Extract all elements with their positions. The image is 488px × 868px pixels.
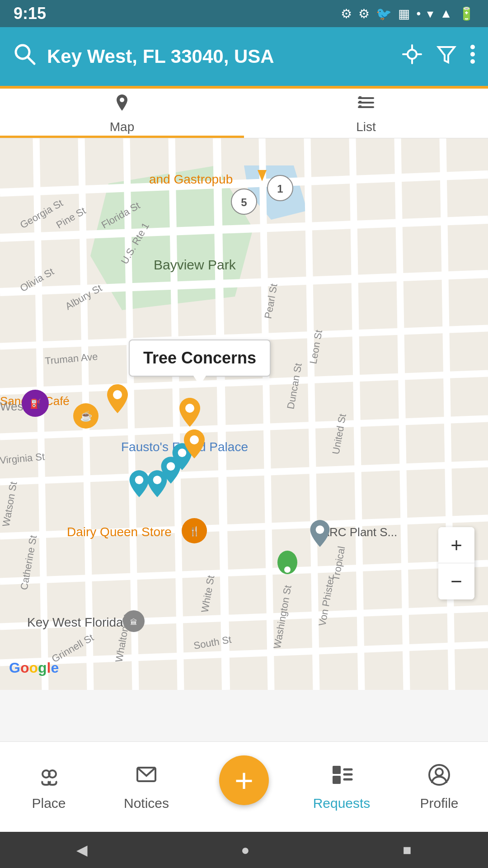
home-button[interactable]: ●	[241, 842, 249, 859]
svg-point-87	[185, 404, 194, 413]
svg-point-9	[470, 52, 475, 57]
nav-item-add[interactable]: +	[195, 769, 293, 805]
nav-profile-label: Profile	[420, 796, 458, 811]
status-time: 9:15	[14, 4, 46, 23]
map-tab-icon	[112, 93, 132, 117]
pin-gray[interactable]	[307, 518, 333, 551]
place-nav-icon	[37, 763, 61, 792]
map-container[interactable]: Georgia St Pine St Florida St Olivia St …	[0, 138, 488, 690]
svg-text:🏛: 🏛	[130, 618, 137, 626]
battery-icon: 🔋	[459, 6, 474, 21]
search-icon[interactable]	[13, 42, 36, 71]
svg-text:Key West Florida: Key West Florida	[27, 615, 123, 629]
nav-notices-label: Notices	[124, 796, 169, 811]
svg-point-104	[436, 769, 443, 776]
profile-nav-icon	[427, 763, 451, 792]
svg-point-94	[316, 525, 324, 534]
svg-rect-15	[359, 96, 361, 99]
view-tab-bar: Map List	[0, 89, 488, 138]
tab-list[interactable]: List	[244, 89, 488, 138]
filter-icon[interactable]	[436, 43, 457, 70]
pin-orange-1[interactable]	[176, 396, 203, 430]
svg-point-93	[190, 435, 199, 444]
svg-rect-16	[359, 101, 361, 104]
signal-icon: ▲	[440, 6, 452, 21]
bird-icon: 🐦	[376, 6, 392, 21]
requests-nav-icon	[330, 763, 353, 792]
status-bar: 9:15 ⚙ ⚙ 🐦 ▦ • ▾ ▲ 🔋	[0, 0, 488, 27]
pin-orange-2[interactable]	[104, 382, 131, 417]
bottom-nav: Place Notices + Requests	[0, 741, 488, 832]
svg-point-10	[470, 59, 475, 64]
settings2-icon: ⚙	[358, 6, 370, 21]
svg-text:1: 1	[277, 183, 283, 195]
svg-point-8	[470, 45, 475, 49]
zoom-in-button[interactable]: +	[438, 527, 474, 563]
sim-icon: ▦	[398, 6, 410, 21]
status-icons: ⚙ ⚙ 🐦 ▦ • ▾ ▲ 🔋	[341, 6, 474, 21]
nav-item-notices[interactable]: Notices	[98, 763, 195, 811]
add-icon: +	[235, 764, 253, 797]
svg-point-86	[284, 566, 291, 573]
google-logo: Google	[9, 660, 59, 676]
nav-item-profile[interactable]: Profile	[390, 763, 488, 811]
svg-text:Dairy Queen Store: Dairy Queen Store	[67, 525, 172, 539]
settings-icon: ⚙	[341, 6, 352, 21]
recents-button[interactable]: ■	[403, 842, 411, 859]
tab-map-label: Map	[110, 120, 134, 134]
svg-point-11	[120, 98, 124, 102]
list-tab-icon	[356, 93, 376, 117]
nav-place-label: Place	[32, 796, 66, 811]
nav-requests-label: Requests	[313, 796, 371, 811]
svg-rect-17	[359, 105, 361, 108]
svg-text:Bayview Park: Bayview Park	[154, 257, 236, 272]
nav-item-requests[interactable]: Requests	[293, 763, 390, 811]
zoom-controls: + −	[438, 527, 474, 599]
wifi-icon: ▾	[427, 6, 433, 21]
map-tooltip[interactable]: Tree Concerns	[129, 340, 271, 377]
svg-point-89	[135, 476, 144, 484]
location-icon[interactable]	[401, 43, 423, 70]
header-actions	[401, 43, 475, 70]
svg-point-88	[113, 390, 122, 399]
svg-point-2	[408, 50, 417, 59]
system-nav: ◀ ● ■	[0, 832, 488, 868]
dot-icon: •	[416, 6, 421, 21]
pin-orange-cluster[interactable]	[181, 428, 208, 462]
tab-map[interactable]: Map	[0, 89, 244, 138]
notices-nav-icon	[135, 763, 158, 792]
svg-marker-7	[438, 47, 455, 62]
tooltip-text: Tree Concerns	[143, 349, 256, 367]
back-button[interactable]: ◀	[76, 841, 88, 859]
svg-rect-98	[333, 766, 341, 774]
svg-text:⛽: ⛽	[30, 398, 41, 409]
tab-list-label: List	[356, 120, 376, 134]
nav-item-place[interactable]: Place	[0, 763, 98, 811]
add-button[interactable]: +	[219, 755, 269, 805]
header-title: Key West, FL 33040, USA	[47, 45, 390, 68]
svg-text:☕: ☕	[80, 410, 93, 422]
svg-line-1	[28, 57, 34, 64]
zoom-out-button[interactable]: −	[438, 563, 474, 599]
more-icon[interactable]	[470, 43, 475, 70]
svg-text:and Gastropub: and Gastropub	[149, 172, 233, 186]
svg-rect-99	[333, 776, 341, 784]
header: Key West, FL 33040, USA	[0, 27, 488, 86]
svg-text:🍴: 🍴	[189, 526, 200, 537]
svg-text:5: 5	[241, 196, 247, 208]
